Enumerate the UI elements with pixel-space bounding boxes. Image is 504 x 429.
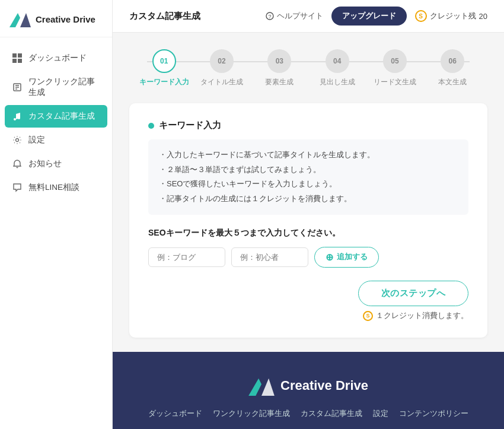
svg-point-10 xyxy=(14,118,16,120)
help-label: ヘルプサイト xyxy=(277,11,323,21)
page-title: カスタム記事生成 xyxy=(129,11,254,22)
svg-rect-4 xyxy=(12,59,17,63)
step-1: 01 キーワード入力 xyxy=(135,49,193,87)
step-label-3: 要素生成 xyxy=(265,78,294,87)
credit-icon: S xyxy=(415,10,427,22)
step-circle-3: 03 xyxy=(267,49,291,73)
bell-icon xyxy=(12,158,23,169)
credit-value: 20 xyxy=(479,12,487,21)
footer-logo-icon xyxy=(248,376,275,396)
info-line-2: ・２単語〜３単語でまずは試してみましょう。 xyxy=(159,163,458,177)
info-line-1: ・入力したキーワードに基づいて記事タイトルを生成します。 xyxy=(159,148,458,163)
step-4: 04 見出し生成 xyxy=(308,49,366,87)
step-circle-1: 01 xyxy=(152,49,176,73)
info-line-4: ・記事タイトルの生成には１クレジットを消費します。 xyxy=(159,192,458,206)
music-icon xyxy=(12,111,23,122)
step-label-1: キーワード入力 xyxy=(139,78,189,87)
step-circle-4: 04 xyxy=(326,49,349,73)
svg-point-12 xyxy=(16,139,19,142)
svg-marker-1 xyxy=(20,13,31,27)
keyword-input-1[interactable] xyxy=(148,247,225,267)
svg-rect-5 xyxy=(18,59,22,63)
content-area: 01 キーワード入力 02 タイトル生成 03 要素生成 04 見出し生成 xyxy=(113,33,504,352)
settings-label: 設定 xyxy=(28,135,45,145)
add-keyword-button[interactable]: ⊕ 追加する xyxy=(314,247,379,268)
step-label-6: 本文生成 xyxy=(438,78,467,87)
page-header: カスタム記事生成 ? ヘルプサイト アップグレード S クレジット残 20 xyxy=(113,0,504,33)
edit-icon xyxy=(12,82,23,93)
footer-nav: ダッシュボード ワンクリック記事生成 カスタム記事生成 設定 コンテンツポリシー… xyxy=(129,409,487,429)
chat-icon xyxy=(12,182,23,193)
sidebar-item-settings[interactable]: 設定 xyxy=(0,129,112,151)
help-link[interactable]: ? ヘルプサイト xyxy=(266,11,323,21)
credit-badge: S クレジット残 20 xyxy=(415,10,487,22)
keyword-inputs: ⊕ 追加する xyxy=(148,247,468,268)
credit-note: S １クレジット消費します。 xyxy=(363,311,468,321)
notice-label: お知らせ xyxy=(28,158,62,169)
plus-icon: ⊕ xyxy=(326,252,333,263)
sidebar-item-custom[interactable]: カスタム記事生成 xyxy=(5,105,107,128)
line-label: 無料LINE相談 xyxy=(28,182,79,193)
svg-marker-15 xyxy=(248,379,261,396)
keyword-section-title: キーワード入力 xyxy=(148,120,468,131)
logo-text: Creative Drive xyxy=(36,14,95,24)
svg-point-11 xyxy=(18,117,20,119)
accent-dot xyxy=(148,123,154,129)
info-line-3: ・SEOで獲得したいキーワードを入力しましょう。 xyxy=(159,177,458,192)
footer-nav-custom[interactable]: カスタム記事生成 xyxy=(301,409,362,419)
help-icon: ? xyxy=(266,12,274,20)
step-label-2: タイトル生成 xyxy=(200,78,243,87)
grid-icon xyxy=(12,53,23,63)
sidebar-item-notice[interactable]: お知らせ xyxy=(0,152,112,175)
card-footer: 次のステップへ S １クレジット消費します。 xyxy=(148,281,468,321)
credit-label: クレジット残 xyxy=(430,11,476,21)
step-label-5: リード文生成 xyxy=(374,78,416,87)
step-circle-2: 02 xyxy=(210,49,234,73)
gear-icon xyxy=(12,135,23,145)
footer-nav-content-policy[interactable]: コンテンツポリシー xyxy=(399,409,468,419)
sidebar-nav: ダッシュボード ワンクリック記事生成 カスタム記事生成 設定 xyxy=(0,37,112,208)
footer-logo: Creative Drive xyxy=(129,376,487,396)
sidebar-item-dashboard[interactable]: ダッシュボード xyxy=(0,47,112,69)
keyword-card: キーワード入力 ・入力したキーワードに基づいて記事タイトルを生成します。 ・２単… xyxy=(129,103,487,338)
svg-rect-3 xyxy=(18,53,22,58)
page-footer: Creative Drive ダッシュボード ワンクリック記事生成 カスタム記事… xyxy=(113,352,504,429)
step-circle-5: 05 xyxy=(383,49,407,73)
step-label-4: 見出し生成 xyxy=(320,78,355,87)
keyword-title: キーワード入力 xyxy=(159,120,221,131)
main-content: 01 キーワード入力 02 タイトル生成 03 要素生成 04 見出し生成 xyxy=(113,33,504,429)
step-3: 03 要素生成 xyxy=(251,49,308,87)
footer-nav-oneclick[interactable]: ワンクリック記事生成 xyxy=(213,409,290,419)
credit-note-icon: S xyxy=(363,311,373,321)
footer-nav-settings[interactable]: 設定 xyxy=(373,409,388,419)
footer-nav-dashboard[interactable]: ダッシュボード xyxy=(148,409,202,419)
upgrade-button[interactable]: アップグレード xyxy=(331,7,407,26)
sidebar-item-line[interactable]: 無料LINE相談 xyxy=(0,176,112,199)
custom-label: カスタム記事生成 xyxy=(28,111,95,122)
dashboard-label: ダッシュボード xyxy=(28,53,87,63)
keyword-instruction: SEOキーワードを最大５つまで入力してください。 xyxy=(148,228,468,239)
info-box: ・入力したキーワードに基づいて記事タイトルを生成します。 ・２単語〜３単語でまず… xyxy=(148,139,468,215)
sidebar: Creative Drive ダッシュボード ワンクリック記事生成 カスタム記事… xyxy=(0,0,113,429)
main-wrapper: カスタム記事生成 ? ヘルプサイト アップグレード S クレジット残 20 xyxy=(113,0,504,429)
step-5: 05 リード文生成 xyxy=(366,49,423,87)
credit-note-text: １クレジット消費します。 xyxy=(376,311,468,321)
step-circle-6: 06 xyxy=(441,49,464,73)
header-right: ? ヘルプサイト アップグレード S クレジット残 20 xyxy=(266,7,487,26)
stepper: 01 キーワード入力 02 タイトル生成 03 要素生成 04 見出し生成 xyxy=(129,49,487,87)
sidebar-item-oneclick[interactable]: ワンクリック記事生成 xyxy=(0,71,112,104)
footer-logo-text: Creative Drive xyxy=(280,378,368,393)
step-2: 02 タイトル生成 xyxy=(193,49,250,87)
sidebar-logo: Creative Drive xyxy=(0,0,112,37)
next-step-button[interactable]: 次のステップへ xyxy=(358,281,469,306)
logo-icon xyxy=(9,11,31,27)
add-btn-label: 追加する xyxy=(337,252,368,262)
svg-marker-0 xyxy=(9,13,20,27)
keyword-input-2[interactable] xyxy=(231,247,308,267)
svg-rect-2 xyxy=(12,53,17,58)
svg-marker-16 xyxy=(261,379,275,396)
oneclick-label: ワンクリック記事生成 xyxy=(28,77,100,98)
step-6: 06 本文生成 xyxy=(424,49,481,87)
svg-text:?: ? xyxy=(268,14,271,20)
